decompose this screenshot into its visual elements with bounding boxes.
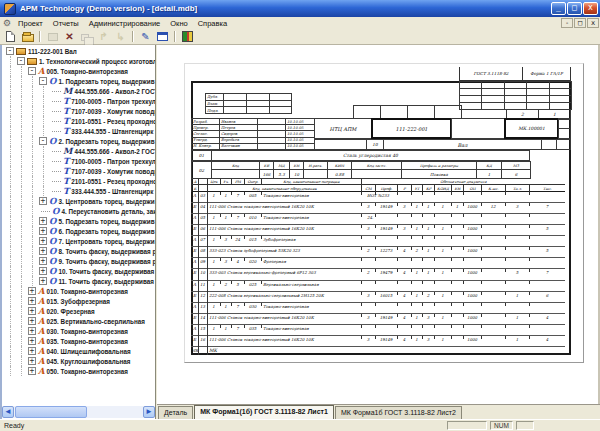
new-document-button[interactable]	[2, 30, 19, 44]
tree-item[interactable]: T2101-0551 - Резец проходно	[2, 176, 155, 186]
expand-icon[interactable]: +	[28, 317, 36, 325]
table-row-mk[interactable]: МКМК	[191, 347, 565, 355]
table-row[interactable]: Б04111-006 Станок токарно-винторезный 16…	[191, 203, 565, 214]
scroll-thumb[interactable]	[15, 406, 87, 418]
tree-item[interactable]: -O1. Подрезать торец, выдержив	[2, 76, 155, 86]
expand-icon[interactable]: +	[28, 337, 36, 345]
move-down-button[interactable]: ↳	[112, 30, 129, 44]
tree-item[interactable]: -A005. Токарно-винторезная	[2, 66, 155, 76]
expand-icon[interactable]: +	[28, 327, 36, 335]
tree-item[interactable]: +O3. Центровать торец, выдержи	[2, 196, 155, 206]
expand-icon[interactable]: +	[28, 367, 36, 375]
tree-item[interactable]: +A045. Круглошлифовальная	[2, 356, 155, 366]
tree-item[interactable]: -111-222-001 Вал	[2, 46, 155, 56]
table-row[interactable]: Б10333-003 Станок вертикально-фрезерный …	[191, 269, 565, 280]
tree-item[interactable]: +A025. Вертикально-сверлильная	[2, 316, 155, 326]
expand-icon[interactable]: +	[39, 217, 47, 225]
scroll-left-arrow[interactable]: ◄	[2, 406, 14, 418]
tree-item[interactable]: M444.555.666 - Аквол-2 ГОСТ	[2, 86, 155, 96]
tree-item[interactable]: T7100-0005 - Патрон трехкул	[2, 96, 155, 106]
collapse-icon[interactable]: -	[39, 137, 47, 145]
sheet-tab-3[interactable]: МК Форма1б ГОСТ 3.1118-82 Лист2	[335, 406, 462, 419]
tree-item[interactable]: +A050. Токарно-винторезная	[2, 366, 155, 376]
edit-button[interactable]: ✎	[137, 30, 154, 44]
tree-item[interactable]: T7107-0039 - Хомутик поводк	[2, 106, 155, 116]
table-row[interactable]: А09134020Фрезерная	[191, 258, 565, 269]
sheet-tab-2[interactable]: МК Форма1(1б) ГОСТ 3.1118-82 Лист1	[194, 405, 334, 419]
tree-item[interactable]: +A035. Токарно-винторезная	[2, 336, 155, 346]
collapse-icon[interactable]: -	[17, 57, 25, 65]
table-row[interactable]: А13117030Токарно-винторезная	[191, 303, 565, 314]
tree-item[interactable]: +O7. Центровать торец, выдержи	[2, 236, 155, 246]
expand-icon[interactable]: +	[39, 267, 47, 275]
sheet-tab-1[interactable]: Деталь	[158, 406, 193, 419]
expand-icon[interactable]: +	[39, 257, 47, 265]
tree-item[interactable]: T7100-0005 - Патрон трехкул	[2, 156, 155, 166]
menu-item-2[interactable]: Отчеты	[48, 19, 84, 28]
table-row[interactable]: Б16111-006 Станок токарно-винторезный 16…	[191, 336, 565, 347]
tree-item[interactable]: +A010. Токарно-винторезная	[2, 286, 155, 296]
tree-item[interactable]: T7107-0039 - Хомутик поводк	[2, 166, 155, 176]
tree-item[interactable]: +A020. Фрезерная	[2, 306, 155, 316]
expand-icon[interactable]: +	[28, 357, 36, 365]
delete-button[interactable]: ✕	[61, 30, 78, 44]
menu-item-4[interactable]: Окно	[165, 19, 192, 28]
collapse-icon[interactable]: -	[39, 77, 47, 85]
tree-item[interactable]: T333.444.555 - Штангенцирк	[2, 126, 155, 136]
table-row[interactable]: Б12222-008 Станок вертикально-сверлильны…	[191, 292, 565, 303]
tree-item[interactable]: +A015. Зубофрезерная	[2, 296, 155, 306]
tree-item[interactable]: T2101-0551 - Резец проходно	[2, 116, 155, 126]
tree-horizontal-scrollbar[interactable]: ◄ ►	[2, 406, 155, 418]
tree-item[interactable]: +A040. Шлицешлифовальная	[2, 346, 155, 356]
copy-button[interactable]	[78, 30, 95, 44]
tree-item[interactable]: +A030. Токарно-винторезная	[2, 326, 155, 336]
minimize-button[interactable]: _	[551, 2, 566, 15]
table-row[interactable]: А15117035Токарно-винторезная	[191, 325, 565, 336]
tree-item[interactable]: +O5. Подрезать торец, выдержив	[2, 216, 155, 226]
expand-icon[interactable]: +	[28, 297, 36, 305]
table-row[interactable]: А05117010Токарно-винторезная24.	[191, 214, 565, 225]
table-row[interactable]: Б08333-023 Станок зубофрезерный 53К20 32…	[191, 247, 565, 258]
tree-item[interactable]: +O11. Точить фаску, выдерживая	[2, 276, 155, 286]
table-row[interactable]: Б14111-006 Станок токарно-винторезный 16…	[191, 314, 565, 325]
menu-item-5[interactable]: Справка	[193, 19, 232, 28]
expand-icon[interactable]: +	[39, 247, 47, 255]
expand-icon[interactable]: +	[28, 287, 36, 295]
table-row[interactable]: А11125025Вертикально-сверлильная	[191, 281, 565, 292]
table-row[interactable]: А071324015Зубофрезерная	[191, 236, 565, 247]
tree-item[interactable]: T333.444.555 - Штангенцирк	[2, 186, 155, 196]
mdi-restore-button[interactable]: □	[574, 18, 586, 28]
expand-icon[interactable]: +	[39, 197, 47, 205]
tree-guide-line	[21, 286, 22, 296]
tree-item[interactable]: -O2. Подрезать торец, выдержив	[2, 136, 155, 146]
mdi-minimize-button[interactable]: -	[561, 18, 573, 28]
maximize-button[interactable]: □	[567, 2, 582, 15]
close-button[interactable]: x	[583, 2, 598, 15]
open-database-button[interactable]	[19, 30, 36, 44]
expand-icon[interactable]: +	[28, 347, 36, 355]
menu-item-3[interactable]: Администрирование	[84, 19, 166, 28]
move-up-button[interactable]: ↱	[95, 30, 112, 44]
tree-item[interactable]: M444.555.666 - Аквол-2 ГОСТ	[2, 146, 155, 156]
scroll-right-arrow[interactable]: ►	[143, 406, 155, 418]
table-row[interactable]: Б06111-006 Станок токарно-винторезный 16…	[191, 225, 565, 236]
tree-item[interactable]: -1. Технологический процесс изготовле	[2, 56, 155, 66]
window-button[interactable]	[154, 30, 171, 44]
expand-icon[interactable]: +	[28, 307, 36, 315]
table-row[interactable]: А03117005Токарно-винторезнаяИОТ №233	[191, 192, 565, 203]
mdi-close-button[interactable]: x	[587, 18, 599, 28]
tree-item[interactable]: +O10. Точить фаску, выдерживая	[2, 266, 155, 276]
menu-item-1[interactable]: Проект	[13, 19, 48, 28]
tree-item[interactable]: O4. Переустановить деталь, зак	[2, 206, 155, 216]
tree-item[interactable]: +O8. Точить фаску, выдерживая р	[2, 246, 155, 256]
tree-item-label: 2101-0551 - Резец проходно	[71, 178, 155, 185]
collapse-icon[interactable]: -	[28, 67, 36, 75]
stop-button[interactable]	[44, 30, 61, 44]
expand-icon[interactable]: +	[39, 277, 47, 285]
tree-item[interactable]: +O9. Точить фаску, выдерживая р	[2, 256, 155, 266]
expand-icon[interactable]: +	[39, 227, 47, 235]
expand-icon[interactable]: +	[39, 237, 47, 245]
collapse-icon[interactable]: -	[6, 47, 14, 55]
about-button[interactable]	[179, 30, 196, 44]
tree-item[interactable]: +O6. Подрезать торец, выдержив	[2, 226, 155, 236]
